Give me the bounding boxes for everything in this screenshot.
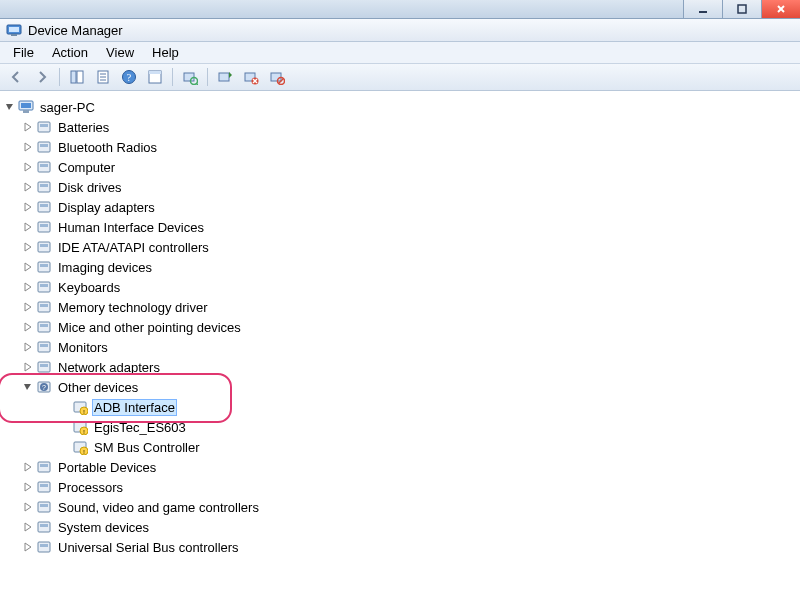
svg-rect-48 — [40, 284, 48, 287]
expand-toggle[interactable] — [4, 101, 16, 113]
close-button[interactable] — [761, 0, 800, 18]
expand-toggle[interactable] — [22, 361, 34, 373]
menu-view[interactable]: View — [97, 43, 143, 62]
tree-category[interactable]: IDE ATA/ATAPI controllers — [56, 239, 211, 256]
expand-toggle[interactable] — [22, 161, 34, 173]
tree-category[interactable]: Display adapters — [56, 199, 157, 216]
device-icon — [36, 479, 52, 495]
expand-toggle[interactable] — [22, 181, 34, 193]
expand-toggle[interactable] — [22, 341, 34, 353]
device-icon — [36, 259, 52, 275]
scan-hardware-button[interactable] — [178, 65, 202, 89]
expand-toggle[interactable] — [22, 281, 34, 293]
expand-toggle[interactable] — [22, 121, 34, 133]
expand-toggle[interactable] — [22, 521, 34, 533]
tree-category[interactable]: Keyboards — [56, 279, 122, 296]
device-icon — [36, 119, 52, 135]
tree-category[interactable]: Disk drives — [56, 179, 124, 196]
svg-rect-38 — [40, 184, 48, 187]
tree-device[interactable]: ADB Interface — [92, 399, 177, 416]
tree-root[interactable]: sager-PC — [38, 99, 97, 116]
tree-category[interactable]: Sound, video and game controllers — [56, 499, 261, 516]
uninstall-button[interactable] — [239, 65, 263, 89]
tree-device[interactable]: EgisTec_ES603 — [92, 419, 188, 436]
tree-device[interactable]: SM Bus Controller — [92, 439, 201, 456]
svg-rect-25 — [271, 73, 281, 81]
tree-category[interactable]: Other devices — [56, 379, 140, 396]
device-icon — [36, 179, 52, 195]
maximize-button[interactable] — [722, 0, 761, 18]
expand-toggle[interactable] — [22, 221, 34, 233]
tree-category[interactable]: Universal Serial Bus controllers — [56, 539, 241, 556]
svg-rect-40 — [40, 204, 48, 207]
tree-category[interactable]: System devices — [56, 519, 151, 536]
svg-rect-56 — [40, 364, 48, 367]
disable-button[interactable] — [265, 65, 289, 89]
minimize-button[interactable] — [683, 0, 722, 18]
menu-bar: File Action View Help — [0, 42, 800, 64]
svg-rect-17 — [184, 73, 194, 81]
toolbar: ? — [0, 64, 800, 91]
device-icon — [18, 99, 34, 115]
svg-rect-52 — [40, 324, 48, 327]
svg-rect-7 — [71, 71, 76, 83]
menu-file[interactable]: File — [4, 43, 43, 62]
svg-text:!: ! — [83, 429, 85, 435]
toolbar-separator — [172, 68, 173, 86]
expand-toggle[interactable] — [22, 381, 34, 393]
svg-rect-54 — [40, 344, 48, 347]
device-icon — [36, 239, 52, 255]
svg-rect-50 — [40, 304, 48, 307]
svg-rect-30 — [23, 110, 29, 113]
expand-toggle[interactable] — [22, 501, 34, 513]
show-hide-tree-button[interactable] — [65, 65, 89, 89]
expand-toggle[interactable] — [58, 441, 70, 453]
expand-toggle[interactable] — [22, 141, 34, 153]
expand-toggle[interactable] — [22, 261, 34, 273]
expand-toggle[interactable] — [58, 401, 70, 413]
tree-category[interactable]: Computer — [56, 159, 117, 176]
tree-category[interactable]: Monitors — [56, 339, 110, 356]
device-icon: ? — [36, 379, 52, 395]
tree-category[interactable]: Portable Devices — [56, 459, 158, 476]
svg-rect-42 — [40, 224, 48, 227]
expand-toggle[interactable] — [22, 201, 34, 213]
device-icon — [36, 339, 52, 355]
svg-rect-1 — [738, 5, 746, 13]
svg-text:!: ! — [83, 409, 85, 415]
tree-category[interactable]: Processors — [56, 479, 125, 496]
device-tree[interactable]: sager-PCBatteriesBluetooth RadiosCompute… — [0, 91, 800, 561]
device-icon: ! — [72, 399, 88, 415]
expand-toggle[interactable] — [22, 461, 34, 473]
device-icon — [36, 539, 52, 555]
expand-toggle[interactable] — [22, 541, 34, 553]
nav-forward-button[interactable] — [30, 65, 54, 89]
tree-category[interactable]: Imaging devices — [56, 259, 154, 276]
device-icon — [36, 299, 52, 315]
details-button[interactable] — [143, 65, 167, 89]
properties-button[interactable] — [91, 65, 115, 89]
device-icon — [36, 319, 52, 335]
tree-category[interactable]: Network adapters — [56, 359, 162, 376]
expand-toggle[interactable] — [22, 241, 34, 253]
svg-text:?: ? — [42, 384, 46, 391]
expand-toggle[interactable] — [58, 421, 70, 433]
expand-toggle[interactable] — [22, 481, 34, 493]
svg-rect-34 — [40, 144, 48, 147]
nav-back-button[interactable] — [4, 65, 28, 89]
expand-toggle[interactable] — [22, 321, 34, 333]
svg-rect-78 — [40, 544, 48, 547]
expand-toggle[interactable] — [22, 301, 34, 313]
svg-rect-32 — [40, 124, 48, 127]
update-driver-button[interactable] — [213, 65, 237, 89]
menu-action[interactable]: Action — [43, 43, 97, 62]
tree-category[interactable]: Memory technology driver — [56, 299, 210, 316]
svg-text:!: ! — [83, 449, 85, 455]
tree-category[interactable]: Bluetooth Radios — [56, 139, 159, 156]
menu-help[interactable]: Help — [143, 43, 188, 62]
tree-category[interactable]: Mice and other pointing devices — [56, 319, 243, 336]
help-button[interactable]: ? — [117, 65, 141, 89]
tree-category[interactable]: Human Interface Devices — [56, 219, 206, 236]
svg-rect-46 — [40, 264, 48, 267]
tree-category[interactable]: Batteries — [56, 119, 111, 136]
